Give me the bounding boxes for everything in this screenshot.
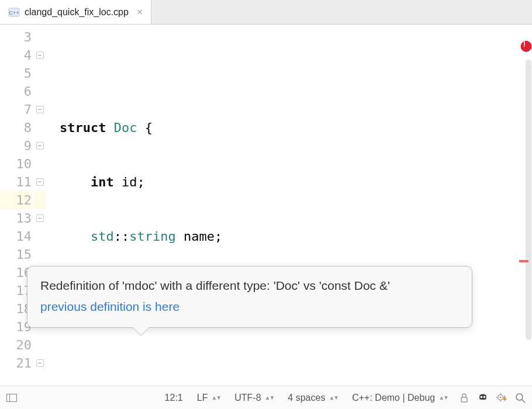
fold-toggle-icon[interactable]: −: [36, 178, 44, 186]
line-number: 12: [0, 191, 32, 209]
fold-toggle-icon[interactable]: −: [36, 142, 44, 150]
line-number: 3: [0, 28, 32, 46]
tooltip-link[interactable]: previous definition is here: [40, 298, 459, 316]
search-icon[interactable]: [514, 392, 526, 404]
status-bar: 12:1 LF▲▼ UTF-8▲▼ 4 spaces▲▼ C++: Demo |…: [0, 386, 532, 409]
svg-rect-8: [483, 396, 485, 398]
fold-toggle-icon[interactable]: −: [36, 359, 44, 367]
line-number: 10: [0, 155, 32, 173]
line-number: 8: [0, 119, 32, 137]
run-config-selector[interactable]: C++: Demo | Debug▲▼: [348, 393, 451, 403]
error-tooltip: Redefinition of 'mdoc' with a different …: [27, 266, 472, 328]
scrollbar-thumb[interactable]: [526, 60, 531, 340]
fold-column: − − − − − −: [34, 25, 46, 386]
encoding-selector[interactable]: UTF-8▲▼: [231, 393, 277, 403]
line-number-gutter: 3456789101112131415161718192021: [0, 25, 34, 386]
svg-point-10: [500, 396, 502, 398]
fold-toggle-icon[interactable]: −: [36, 51, 44, 59]
indent-selector[interactable]: 4 spaces▲▼: [284, 393, 341, 403]
code-line: std::string name;: [60, 227, 519, 245]
code-line: [60, 336, 519, 354]
cpp-filetype-icon: C++: [8, 6, 20, 18]
svg-line-16: [522, 400, 525, 403]
close-tab-icon[interactable]: ×: [137, 6, 143, 18]
svg-rect-2: [7, 394, 17, 401]
line-number: 9: [0, 137, 32, 155]
readonly-lock-icon[interactable]: [458, 392, 470, 404]
line-number: 21: [0, 354, 32, 372]
tooltip-callout-icon: [133, 327, 149, 335]
fold-toggle-icon[interactable]: −: [36, 214, 44, 222]
tab-filename: clangd_quick_fix_loc.cpp: [25, 7, 129, 18]
svg-rect-7: [481, 396, 482, 398]
fold-toggle-icon[interactable]: −: [36, 106, 44, 113]
line-number: 4: [0, 46, 32, 64]
cursor-position[interactable]: 12:1: [161, 393, 186, 403]
tooltip-message: Redefinition of 'mdoc' with a different …: [40, 277, 459, 294]
line-number: 7: [0, 100, 32, 119]
line-number: 14: [0, 227, 32, 245]
error-summary-icon[interactable]: ⬤!: [520, 36, 532, 54]
error-marker[interactable]: [519, 260, 528, 262]
code-line: struct Doc {: [60, 119, 519, 137]
svg-rect-6: [479, 396, 486, 400]
code-line: int id;: [60, 173, 519, 191]
code-line: [60, 64, 519, 82]
line-number: 11: [0, 173, 32, 191]
svg-rect-3: [7, 394, 10, 401]
settings-update-icon[interactable]: [496, 392, 507, 404]
line-number: 15: [0, 245, 32, 264]
inspector-icon[interactable]: [477, 392, 489, 404]
line-separator-selector[interactable]: LF▲▼: [194, 393, 224, 403]
line-number: 6: [0, 82, 32, 100]
line-number: 13: [0, 209, 32, 227]
editor-tab-active[interactable]: C++ clangd_quick_fix_loc.cpp ×: [0, 0, 151, 24]
editor-tabbar: C++ clangd_quick_fix_loc.cpp ×: [0, 0, 532, 25]
code-content[interactable]: struct Doc { int id; std::string name; }…: [46, 25, 519, 386]
tool-window-icon[interactable]: [6, 392, 18, 404]
svg-rect-4: [461, 397, 467, 402]
line-number: 20: [0, 336, 32, 354]
error-stripe[interactable]: ⬤!: [519, 25, 532, 386]
code-editor[interactable]: 3456789101112131415161718192021 − − − − …: [0, 25, 532, 386]
line-number: 5: [0, 64, 32, 82]
svg-text:C++: C++: [9, 10, 19, 16]
svg-point-15: [516, 394, 523, 400]
